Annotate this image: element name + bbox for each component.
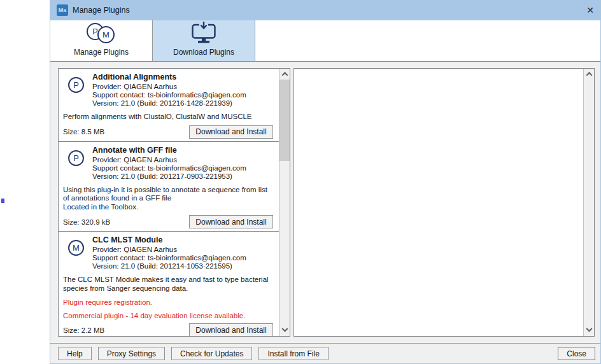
plugin-description: The CLC MLST Module makes it easy and fa… [59, 276, 279, 293]
main-area: P Additional Alignments Provider: QIAGEN… [50, 62, 600, 343]
circle-m-icon: M [97, 26, 115, 43]
scroll-up-icon[interactable] [279, 69, 290, 80]
plugin-entry: M CLC MLST Module Provider: QIAGEN Aarhu… [59, 232, 279, 336]
plugin-version: Version: 21.0 (Build: 201216-1428-221939… [92, 99, 246, 108]
tab-download-plugins[interactable]: Download Plugins [153, 20, 255, 61]
plugin-entry: P Annotate with GFF file Provider: QIAGE… [59, 142, 279, 232]
tab-bar: P M Manage Plugins Download Plugi [50, 20, 600, 62]
plugin-size: Size: 2.2 MB [63, 326, 104, 334]
download-and-install-button[interactable]: Download and Install [189, 215, 273, 228]
plugin-version: Version: 21.0 (Build: 201214-1053-221595… [92, 262, 246, 270]
plugin-provider: Provider: QIAGEN Aarhus [92, 156, 246, 164]
details-scrollbar[interactable] [583, 69, 594, 336]
plugin-list-scrollbar[interactable] [279, 69, 290, 336]
screen: Ma Manage Plugins ✕ P M Manage Plugins [0, 0, 601, 364]
footer-bar: Help Proxy Settings Check for Updates In… [50, 343, 600, 363]
plugin-support-contact: Support contact: ts-bioinformatics@qiage… [92, 254, 246, 262]
title-bar: Ma Manage Plugins ✕ [50, 0, 600, 20]
tab-label: Manage Plugins [74, 48, 129, 57]
tab-manage-plugins[interactable]: P M Manage Plugins [50, 20, 153, 61]
plugin-entry: P Additional Alignments Provider: QIAGEN… [59, 69, 279, 142]
scroll-down-icon[interactable] [279, 325, 290, 336]
close-button[interactable]: Close [558, 347, 595, 360]
check-for-updates-button[interactable]: Check for Updates [171, 347, 252, 360]
plugin-provider: Provider: QIAGEN Aarhus [92, 83, 246, 91]
plugin-description: Perform alignments with ClustalO, Clusta… [59, 113, 279, 122]
help-button[interactable]: Help [58, 347, 92, 360]
scrollbar-thumb[interactable] [279, 80, 290, 161]
plugin-header: P Additional Alignments Provider: QIAGEN… [59, 73, 279, 108]
app-icon: Ma [57, 4, 68, 16]
available-plugins-panel: P Additional Alignments Provider: QIAGEN… [58, 68, 290, 337]
plugin-badge-icon: P [68, 150, 84, 166]
plugin-provider: Provider: QIAGEN Aarhus [92, 246, 246, 254]
install-from-file-button[interactable]: Install from File [258, 347, 328, 360]
scroll-up-icon[interactable] [584, 69, 594, 80]
plugin-version: Version: 21.0 (Build: 201217-0903-221953… [92, 172, 246, 181]
plugin-size: Size: 320.9 kB [63, 218, 110, 226]
plugin-size: Size: 8.5 MB [63, 128, 104, 136]
plugin-support-contact: Support contact: ts-bioinformatics@qiage… [92, 91, 246, 99]
plugin-name: CLC MLST Module [92, 235, 246, 244]
plugin-header: P Annotate with GFF file Provider: QIAGE… [59, 146, 279, 181]
plugin-badge-icon: P [68, 77, 84, 93]
plugin-list: P Additional Alignments Provider: QIAGEN… [59, 69, 279, 336]
scroll-down-icon[interactable] [584, 325, 594, 336]
plugin-name: Annotate with GFF file [92, 146, 246, 155]
close-window-icon[interactable]: ✕ [576, 5, 594, 15]
plugin-header: M CLC MLST Module Provider: QIAGEN Aarhu… [59, 235, 279, 270]
plugin-badge-icon: M [68, 240, 84, 256]
plugin-support-contact: Support contact: ts-bioinformatics@qiage… [92, 164, 246, 172]
plugin-description: Using this plug-in it is possible to ann… [59, 186, 279, 212]
download-and-install-button[interactable]: Download and Install [189, 125, 273, 139]
proxy-settings-button[interactable]: Proxy Settings [98, 347, 165, 360]
manage-plugins-dialog: Ma Manage Plugins ✕ P M Manage Plugins [50, 0, 601, 364]
details-panel [293, 68, 595, 337]
download-and-install-button[interactable]: Download and Install [189, 323, 273, 336]
monitor-download-icon [190, 20, 217, 45]
plugin-name: Additional Alignments [92, 73, 246, 81]
plugin-notes: Plugin requires registration.Commercial … [59, 298, 279, 319]
stray-mark [1, 199, 4, 203]
plugins-pm-circles-icon: P M [87, 20, 116, 45]
tab-label: Download Plugins [173, 48, 234, 57]
window-title: Manage Plugins [73, 6, 130, 15]
